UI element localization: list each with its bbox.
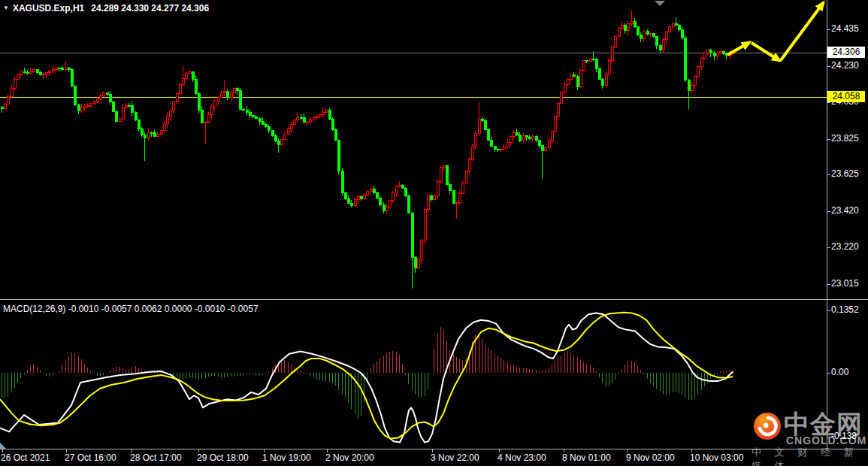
time-tick-label: 27 Oct 16:00 <box>65 452 116 463</box>
mt4-chart-window: ▼XAGUSD.Exp,H124.289 24.330 24.277 24.30… <box>0 0 868 466</box>
watermark-tagline: 中 文 财 经 新 媒 体 <box>752 446 868 466</box>
macd-indicator-label: MACD(12,26,9) -0.0010 -0.0057 0.0062 0.0… <box>3 304 259 314</box>
time-tick-label: 10 Nov 03:00 <box>690 452 743 463</box>
price-tick-label: 23.825 <box>831 133 859 144</box>
time-tick-label: 1 Nov 19:00 <box>262 452 311 463</box>
macd-line <box>0 313 733 442</box>
macd-tick-label: 0.00 <box>831 367 848 377</box>
ohlc-values: 24.289 24.330 24.277 24.306 <box>91 3 209 14</box>
macd-tick-label: -0.138 <box>831 431 857 441</box>
price-badge: 24.306 <box>827 47 865 58</box>
panel-resize-grip[interactable] <box>0 443 6 449</box>
cngold-logo-icon <box>753 412 782 440</box>
price-tick-label: 24.230 <box>831 60 859 71</box>
price-badge: 24.058 <box>827 91 865 102</box>
time-tick-label: 28 Oct 17:00 <box>130 452 182 463</box>
chart-title: ▼XAGUSD.Exp,H124.289 24.330 24.277 24.30… <box>3 3 209 14</box>
symbol-label: XAGUSD.Exp,H1 <box>13 3 84 14</box>
panel-frame <box>0 0 868 452</box>
time-tick-label: 2 Nov 20:00 <box>325 452 374 463</box>
time-tick-label: 9 Nov 02:00 <box>626 452 675 463</box>
time-tick-label: 4 Nov 23:00 <box>498 452 546 463</box>
macd-tick-label: 0.1352 <box>831 304 859 315</box>
price-tick-label: 23.625 <box>831 168 859 179</box>
price-tick-label: 23.015 <box>831 278 859 289</box>
price-tick-label: 23.220 <box>831 241 859 252</box>
shift-marker-icon[interactable] <box>655 1 665 6</box>
collapse-triangle-icon[interactable]: ▼ <box>3 5 9 11</box>
chart-canvas[interactable] <box>0 0 868 466</box>
candlesticks[interactable] <box>1 11 734 289</box>
time-tick-label: 26 Oct 2021 <box>1 452 50 463</box>
price-tick-label: 23.420 <box>831 205 859 216</box>
time-tick-label: 8 Nov 01:00 <box>562 452 611 463</box>
time-tick-label: 3 Nov 22:00 <box>431 452 479 463</box>
time-tick-label: 29 Oct 18:00 <box>197 452 249 463</box>
price-tick-label: 24.435 <box>831 23 859 34</box>
signal-line <box>0 313 733 439</box>
forecast-arrows[interactable] <box>727 2 824 61</box>
